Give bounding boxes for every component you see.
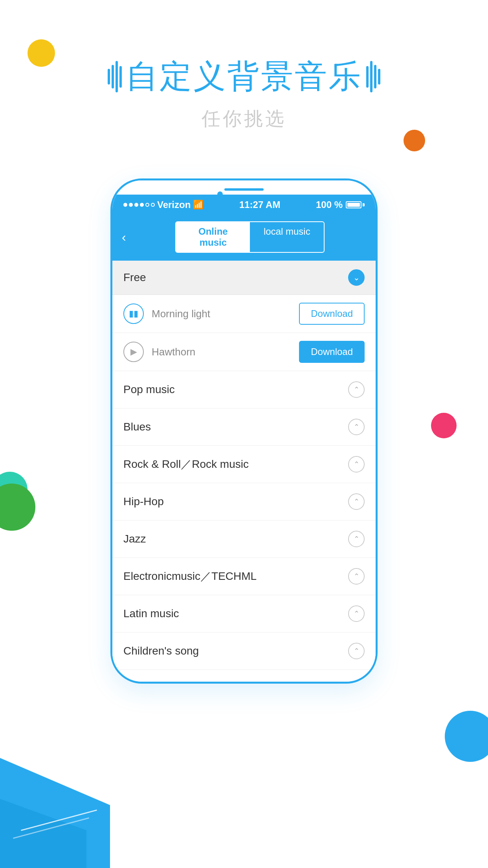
status-time: 11:27 AM	[239, 199, 280, 210]
phone-top	[112, 180, 376, 195]
pause-icon: ▮▮	[129, 309, 138, 319]
chevron-up-icon-jazz: ⌃	[348, 531, 365, 547]
main-title: 自定义背景音乐	[0, 55, 488, 98]
deco-blue-large-circle	[445, 711, 488, 762]
download-button-hawthorn[interactable]: Download	[299, 341, 365, 363]
category-label-pop: Pop music	[123, 383, 175, 396]
category-row-jazz[interactable]: Jazz ⌃	[112, 520, 376, 558]
content-area: Free ⌄ ▮▮ Morning light Download ▶ Hawth…	[112, 261, 376, 670]
tab-local-music[interactable]: local music	[250, 222, 324, 252]
free-section-header[interactable]: Free ⌄	[112, 261, 376, 295]
category-label-jazz: Jazz	[123, 533, 146, 545]
play-icon: ▶	[130, 347, 137, 357]
battery-percent: 100 %	[316, 199, 343, 210]
chevron-down-icon: ⌄	[353, 273, 360, 282]
wifi-icon: 📶	[193, 200, 204, 210]
back-button[interactable]: ‹	[122, 230, 126, 245]
status-left: Verizon 📶	[123, 199, 204, 210]
phone-container: Verizon 📶 11:27 AM 100 % ‹ Online music …	[0, 178, 488, 684]
category-row-electronic[interactable]: Electronicmusic／TECHML ⌃	[112, 558, 376, 595]
phone-camera-dot	[217, 191, 223, 197]
song-name-hawthorn: Hawthorn	[152, 346, 291, 358]
tab-online-music[interactable]: Online music	[176, 222, 250, 252]
subtitle: 任你挑选	[0, 106, 488, 131]
chevron-up-icon-hiphop: ⌃	[348, 493, 365, 510]
category-label-rock: Rock & Roll／Rock music	[123, 457, 249, 472]
waveform-right-icon	[366, 61, 380, 92]
waveform-left-icon	[108, 61, 122, 92]
signal-dots	[123, 203, 155, 207]
category-label-hiphop: Hip-Hop	[123, 495, 164, 508]
category-row-latin[interactable]: Latin music ⌃	[112, 595, 376, 633]
song-row-morning-light: ▮▮ Morning light Download	[112, 295, 376, 333]
chevron-up-icon-pop: ⌃	[348, 381, 365, 398]
chevron-up-icon-electronic: ⌃	[348, 568, 365, 585]
chevron-up-icon-blues: ⌃	[348, 419, 365, 435]
free-section-label: Free	[123, 271, 146, 284]
category-row-hiphop[interactable]: Hip-Hop ⌃	[112, 483, 376, 520]
status-right: 100 %	[316, 199, 365, 210]
category-row-rock[interactable]: Rock & Roll／Rock music ⌃	[112, 446, 376, 483]
category-row-children[interactable]: Children's song ⌃	[112, 633, 376, 670]
category-label-latin: Latin music	[123, 607, 179, 620]
pause-button-morning-light[interactable]: ▮▮	[123, 303, 144, 324]
chevron-up-icon-latin: ⌃	[348, 605, 365, 622]
category-label-children: Children's song	[123, 645, 199, 657]
phone-bottom	[112, 670, 376, 682]
phone-mockup: Verizon 📶 11:27 AM 100 % ‹ Online music …	[110, 178, 378, 684]
battery-icon	[346, 201, 365, 208]
play-button-hawthorn[interactable]: ▶	[123, 342, 144, 362]
download-button-morning-light[interactable]: Download	[299, 303, 365, 325]
carrier-name: Verizon	[157, 199, 191, 210]
status-bar: Verizon 📶 11:27 AM 100 %	[112, 195, 376, 215]
header-section: 自定义背景音乐 任你挑选	[0, 0, 488, 155]
free-section-toggle[interactable]: ⌄	[348, 269, 365, 286]
phone-speaker	[224, 188, 264, 191]
song-row-hawthorn: ▶ Hawthorn Download	[112, 333, 376, 371]
chevron-up-icon-children: ⌃	[348, 643, 365, 659]
category-label-blues: Blues	[123, 421, 151, 433]
category-row-blues[interactable]: Blues ⌃	[112, 408, 376, 446]
nav-bar: ‹ Online music local music	[112, 215, 376, 261]
song-name-morning-light: Morning light	[152, 308, 291, 320]
chevron-up-icon-rock: ⌃	[348, 456, 365, 473]
tab-group: Online music local music	[175, 221, 325, 253]
category-row-pop[interactable]: Pop music ⌃	[112, 371, 376, 408]
category-label-electronic: Electronicmusic／TECHML	[123, 569, 257, 584]
